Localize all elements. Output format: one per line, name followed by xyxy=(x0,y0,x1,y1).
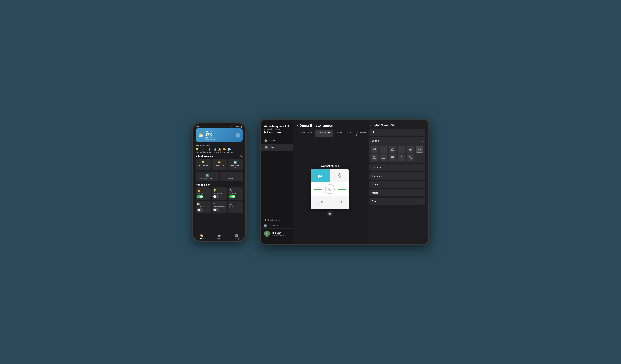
dingz-btn-bottom-left[interactable] xyxy=(310,196,330,209)
device-stehlampe[interactable]: 🔦 Stehlampe xyxy=(228,187,243,200)
symbol-garden-table[interactable] xyxy=(398,154,405,161)
symbol-tools[interactable] xyxy=(407,154,414,161)
comfort-icon: 🌡️ xyxy=(229,202,241,206)
right-panel-back-button[interactable]: ‹ xyxy=(370,123,371,127)
symbol-window-table[interactable] xyxy=(389,154,396,161)
category-licht-header[interactable]: Licht ⌄ xyxy=(369,129,426,136)
quick-actions-grid-2: ⬆️ Alle Storen hoch ≡ Standard xyxy=(195,172,243,181)
chevron-down-icon: ⌄ xyxy=(421,166,423,169)
chevron-down-icon: ⌄ xyxy=(421,175,423,177)
category-steuerung-header[interactable]: Steuerung ⌄ xyxy=(369,173,426,180)
svg-rect-2 xyxy=(321,175,323,176)
symbol-leaf[interactable] xyxy=(380,146,387,153)
sidebar-settings[interactable]: ⚙️ Einstellungen xyxy=(261,217,293,223)
svg-line-20 xyxy=(374,148,374,149)
weather-add-button[interactable]: + xyxy=(236,133,240,138)
device-deckenlampe[interactable]: 💡 Deckenlampe xyxy=(211,187,226,200)
weather-info: Basel 23°C Lux 19k W Wind 3.5 m/s xyxy=(205,130,215,140)
storen-toggle[interactable] xyxy=(213,208,219,211)
dingz-btn-bottom-right[interactable] xyxy=(330,196,349,209)
phone-device: 9:53 ▲▲▲ WiFi ▓ ⛅ Basel 23°C Lux 19k W W… xyxy=(192,122,247,242)
weather-temp: 23°C xyxy=(205,133,215,136)
svg-point-5 xyxy=(339,174,341,177)
status-blinds: ≡ 2/9 oben xyxy=(200,148,206,153)
svg-line-10 xyxy=(338,174,339,174)
user-email: mike.graf@me.com xyxy=(272,234,286,236)
category-media-header[interactable]: Media ⌄ xyxy=(369,189,426,196)
panorama-icon: ≡ xyxy=(213,202,225,205)
wohnzimmer-header: Wohnzimmer › xyxy=(195,183,243,186)
svg-rect-32 xyxy=(418,149,419,150)
sidebar-item-dingz[interactable]: ⚙️ Dingz xyxy=(261,144,293,151)
quick-action-blinds-up[interactable]: ⬆️ Alle Storen hoch xyxy=(195,172,219,181)
dingz-dial[interactable] xyxy=(325,184,335,194)
phone-screen: 9:53 ▲▲▲ WiFi ▓ ⛅ Basel 23°C Lux 19k W W… xyxy=(193,123,245,241)
active-icon: 🔔 xyxy=(218,148,221,151)
leselicht-toggle[interactable] xyxy=(197,208,203,212)
device-comfort[interactable]: 🌡️ Comfort 23° xyxy=(228,201,243,213)
svg-rect-3 xyxy=(318,177,319,178)
deckenlampe-toggle[interactable] xyxy=(213,195,219,198)
weather-city: Basel xyxy=(205,130,215,133)
dingz-tab-icon: ⚙️ xyxy=(217,234,221,238)
status-lights: 💡 2 an xyxy=(195,148,199,153)
tab-wohnzimmer[interactable]: Wohnzimmer xyxy=(315,130,333,137)
tab-kueche[interactable]: Küche xyxy=(333,130,345,137)
symbol-tv[interactable] xyxy=(398,146,405,153)
dingz-btn-top-left[interactable] xyxy=(310,169,330,182)
sofalicht-icon: ☀️ xyxy=(197,189,209,192)
tab-bad[interactable]: Bad xyxy=(345,130,353,137)
sidebar-item-home[interactable]: 🏠 Home xyxy=(261,137,293,144)
deckenlampe-icon: 💡 xyxy=(213,189,225,192)
quick-action-blinds-down[interactable]: ⬇️ Alle Storen runter xyxy=(228,159,243,170)
status-temp: 🌡️ 20-23°C xyxy=(207,148,212,153)
time-label: 9:53 xyxy=(196,125,200,128)
status-icons: ▲▲▲ WiFi ▓ xyxy=(230,126,242,128)
tab-kinderzimmer1[interactable]: Kinderzimmer 1 xyxy=(353,130,367,137)
phone-content: ⛅ Basel 23°C Lux 19k W Wind 3.5 m/s + Ak… xyxy=(193,128,245,233)
symbol-sunrise[interactable] xyxy=(371,146,378,153)
sidebar-logout[interactable]: ↩️ Abmelden xyxy=(261,223,293,228)
device-panorama-storen[interactable]: ≡ Panorama-Storen xyxy=(211,201,226,213)
toggle-knob xyxy=(213,195,216,198)
device-sofalicht[interactable]: ☀️ Sofalicht xyxy=(195,187,210,200)
device-leselicht[interactable]: 📚 Leselicht xyxy=(195,201,210,213)
quick-action-standard[interactable]: ≡ Standard xyxy=(220,172,243,181)
category-essen-header[interactable]: Essen ⌄ xyxy=(369,198,426,205)
dingz-gear-button[interactable]: ⚙️ xyxy=(327,211,333,216)
tab-home[interactable]: 🏠 Home xyxy=(193,234,210,240)
dingz-display: Wohnzimmer 1 xyxy=(293,137,367,244)
status-row: 💡 2 an ≡ 2/9 oben 🌡️ 20-23°C 💧 31% 🔔 xyxy=(195,148,243,153)
tab-dingz[interactable]: ⚙️ dingz xyxy=(210,234,228,240)
quick-action-lights-off[interactable]: 💡 Alle Lichter aus xyxy=(195,159,210,170)
tab-schlafzimmer[interactable]: Schlafzimmer xyxy=(297,130,315,137)
toggle-knob xyxy=(213,208,216,211)
symbol-bathtub[interactable] xyxy=(380,154,387,161)
chevron-down-icon: ⌄ xyxy=(421,191,423,194)
edit-icon[interactable]: ✏️ xyxy=(240,155,243,157)
svg-rect-4 xyxy=(322,177,323,178)
dingz-btn-top-right[interactable] xyxy=(330,169,349,182)
stehlampe-toggle[interactable] xyxy=(229,195,235,198)
symbol-bed-single[interactable] xyxy=(371,154,378,161)
sofalicht-toggle[interactable] xyxy=(197,195,203,198)
tab-settings[interactable]: ⚙️ Settings xyxy=(228,234,245,240)
weather-card[interactable]: ⛅ Basel 23°C Lux 19k W Wind 3.5 m/s + xyxy=(195,128,243,142)
status-sun: ☀️ an xyxy=(223,148,226,153)
symbol-stairs[interactable] xyxy=(389,146,396,153)
home-name: Mike's home xyxy=(264,131,290,134)
battery-icon: ▓ xyxy=(241,126,242,128)
symbol-tree[interactable] xyxy=(407,146,414,153)
category-jalousien-header[interactable]: Jalousien ⌄ xyxy=(369,164,426,171)
quick-action-lights-on[interactable]: ☀️ Alle Lichter an xyxy=(211,159,226,170)
room-tabs: Schlafzimmer Wohnzimmer Küche Bad Kinder… xyxy=(293,128,367,137)
category-szene-header[interactable]: Szene ⌄ xyxy=(369,181,426,188)
symbol-bed-room[interactable] xyxy=(416,146,423,153)
toggle-knob xyxy=(232,195,235,198)
category-zimmer: Zimmer ∧ xyxy=(369,137,426,163)
svg-rect-25 xyxy=(400,148,403,150)
category-zimmer-header[interactable]: Zimmer ∧ xyxy=(369,137,426,144)
weather-icon: ⛅ xyxy=(198,133,204,138)
back-button[interactable]: ‹ xyxy=(297,124,298,127)
sun-icon: ☀️ xyxy=(223,148,226,151)
